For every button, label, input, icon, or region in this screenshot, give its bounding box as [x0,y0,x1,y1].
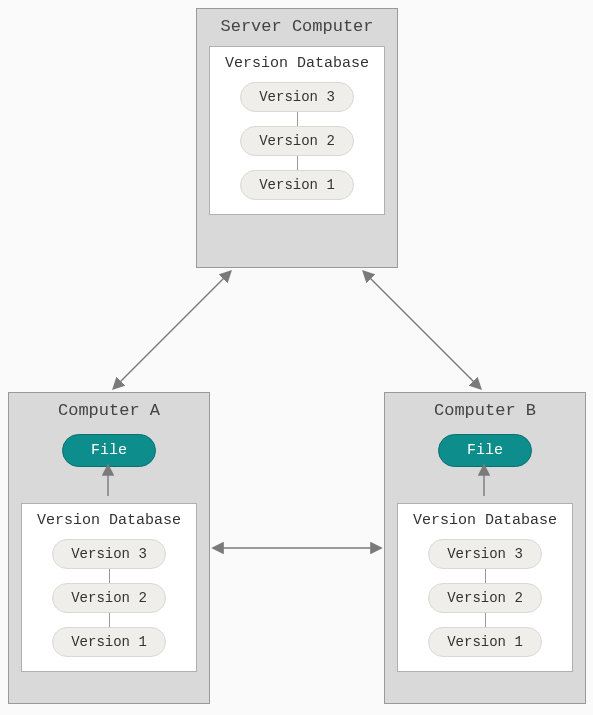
server-connector-1 [297,112,298,126]
computer-b-file-pill: File [438,434,532,467]
computer-a-version-3: Version 3 [52,539,166,569]
server-db-title: Version Database [225,55,369,72]
server-connector-2 [297,156,298,170]
computer-a-version-2: Version 2 [52,583,166,613]
computer-b-box: Computer B File Version Database Version… [384,392,586,704]
computer-a-connector-1 [109,569,110,583]
computer-b-version-1: Version 1 [428,627,542,657]
server-version-3: Version 3 [240,82,354,112]
computer-a-connector-2 [109,613,110,627]
computer-b-db-box: Version Database Version 3 Version 2 Ver… [397,503,573,672]
arrow-server-to-b [364,272,480,388]
computer-a-box: Computer A File Version Database Version… [8,392,210,704]
server-version-2: Version 2 [240,126,354,156]
computer-a-db-box: Version Database Version 3 Version 2 Ver… [21,503,197,672]
computer-a-file-pill: File [62,434,156,467]
server-version-1: Version 1 [240,170,354,200]
computer-b-file-wrap: File [385,430,585,471]
computer-a-file-wrap: File [9,430,209,471]
computer-b-version-2: Version 2 [428,583,542,613]
server-db-box: Version Database Version 3 Version 2 Ver… [209,46,385,215]
computer-b-title: Computer B [385,393,585,430]
computer-b-version-3: Version 3 [428,539,542,569]
computer-a-title: Computer A [9,393,209,430]
computer-b-connector-2 [485,613,486,627]
diagram-canvas: Server Computer Version Database Version… [0,0,593,715]
computer-b-connector-1 [485,569,486,583]
computer-a-version-1: Version 1 [52,627,166,657]
computer-a-db-title: Version Database [37,512,181,529]
computer-b-db-title: Version Database [413,512,557,529]
server-title: Server Computer [197,9,397,46]
arrow-server-to-a [114,272,230,388]
server-computer-box: Server Computer Version Database Version… [196,8,398,268]
